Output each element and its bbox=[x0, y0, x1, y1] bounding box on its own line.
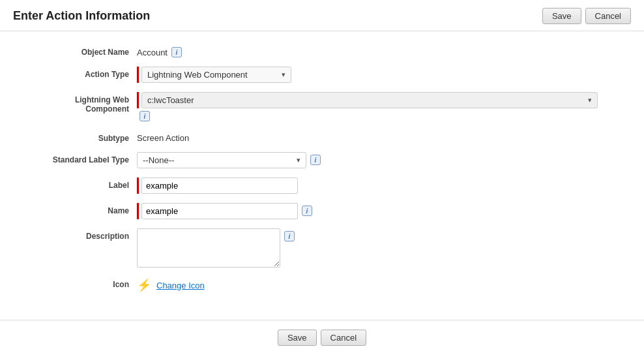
footer-save-button[interactable]: Save bbox=[278, 330, 317, 346]
lwc-select[interactable]: c:lwcToaster ▾ bbox=[141, 92, 598, 108]
action-type-required-border: Lightning Web Component ▾ bbox=[137, 67, 291, 83]
subtype-value: Screen Action bbox=[137, 131, 189, 143]
object-name-label: Object Name bbox=[26, 44, 137, 57]
lwc-label: Lightning WebComponent bbox=[26, 92, 137, 114]
page-title: Enter Action Information bbox=[13, 9, 150, 23]
lightning-bolt-icon: ⚡ bbox=[137, 278, 151, 292]
lwc-info-icon[interactable]: i bbox=[139, 111, 150, 121]
name-row: Name i bbox=[26, 203, 618, 219]
object-name-info-icon[interactable]: i bbox=[171, 47, 182, 57]
name-required-border bbox=[137, 203, 298, 219]
description-info-icon[interactable]: i bbox=[284, 231, 295, 241]
label-required-border bbox=[137, 178, 298, 194]
std-label-type-label: Standard Label Type bbox=[26, 152, 137, 164]
icon-row: Icon ⚡ Change Icon bbox=[26, 277, 618, 292]
std-label-selected-value: --None-- bbox=[143, 155, 174, 165]
name-info-icon[interactable]: i bbox=[302, 206, 312, 216]
description-row: Description i bbox=[26, 228, 618, 268]
action-type-field: Lightning Web Component ▾ bbox=[137, 67, 618, 83]
page-wrapper: Enter Action Information Save Cancel Obj… bbox=[0, 0, 644, 355]
object-name-row: Object Name Account i bbox=[26, 44, 618, 57]
header-cancel-button[interactable]: Cancel bbox=[585, 8, 631, 24]
icon-field: ⚡ Change Icon bbox=[137, 277, 618, 292]
label-field bbox=[137, 178, 618, 194]
subtype-row: Subtype Screen Action bbox=[26, 131, 618, 143]
name-input[interactable] bbox=[141, 203, 298, 219]
description-label: Description bbox=[26, 228, 137, 241]
description-field: i bbox=[137, 228, 618, 268]
action-type-row: Action Type Lightning Web Component ▾ bbox=[26, 67, 618, 83]
object-name-text: Account bbox=[137, 48, 168, 57]
form-area: Object Name Account i Action Type Lightn… bbox=[0, 31, 644, 320]
footer: Save Cancel bbox=[0, 320, 644, 355]
name-field: i bbox=[137, 203, 618, 219]
std-label-type-field: --None-- ▾ i bbox=[137, 152, 618, 168]
std-label-type-select[interactable]: --None-- ▾ bbox=[137, 152, 306, 168]
header-save-button[interactable]: Save bbox=[542, 8, 581, 24]
label-input[interactable] bbox=[141, 178, 298, 194]
std-label-chevron-icon: ▾ bbox=[297, 156, 300, 164]
action-type-select[interactable]: Lightning Web Component ▾ bbox=[141, 67, 291, 83]
subtype-field: Screen Action bbox=[137, 131, 618, 143]
std-label-info-icon[interactable]: i bbox=[310, 155, 321, 165]
change-icon-link[interactable]: Change Icon bbox=[156, 281, 205, 290]
footer-cancel-button[interactable]: Cancel bbox=[321, 330, 366, 346]
object-name-field: Account i bbox=[137, 44, 618, 57]
object-name-value: Account i bbox=[137, 44, 182, 57]
lwc-row: Lightning WebComponent c:lwcToaster ▾ i bbox=[26, 92, 618, 121]
lwc-chevron-icon: ▾ bbox=[588, 96, 592, 104]
lwc-field-wrap: c:lwcToaster ▾ i bbox=[137, 92, 598, 121]
header-buttons: Save Cancel bbox=[542, 8, 631, 24]
label-label: Label bbox=[26, 178, 137, 190]
icon-label: Icon bbox=[26, 277, 137, 289]
description-input[interactable] bbox=[137, 228, 280, 268]
lwc-required-border: c:lwcToaster ▾ bbox=[137, 92, 598, 108]
std-label-type-row: Standard Label Type --None-- ▾ i bbox=[26, 152, 618, 168]
action-type-chevron-icon: ▾ bbox=[282, 70, 285, 79]
icon-area: ⚡ Change Icon bbox=[137, 277, 205, 292]
action-type-label: Action Type bbox=[26, 67, 137, 79]
label-row: Label bbox=[26, 178, 618, 194]
name-label: Name bbox=[26, 203, 137, 215]
header: Enter Action Information Save Cancel bbox=[0, 0, 644, 31]
subtype-label: Subtype bbox=[26, 131, 137, 143]
lwc-field: c:lwcToaster ▾ i bbox=[137, 92, 618, 121]
lwc-selected-value: c:lwcToaster bbox=[147, 95, 194, 105]
action-type-selected-value: Lightning Web Component bbox=[147, 70, 248, 80]
